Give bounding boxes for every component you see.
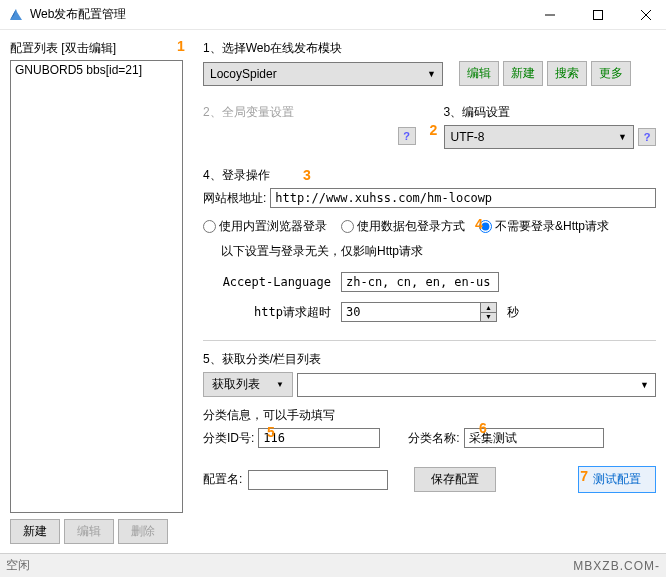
config-name-input[interactable] (248, 470, 388, 490)
watermark: MBXZB.COM- (573, 559, 660, 573)
delete-config-button: 删除 (118, 519, 168, 544)
save-config-button[interactable]: 保存配置 (414, 467, 496, 492)
module-new-button[interactable]: 新建 (503, 61, 543, 86)
accept-lang-label: Accept-Language (221, 275, 331, 289)
chevron-down-icon: ▼ (640, 380, 649, 390)
radio-packet[interactable]: 使用数据包登录方式 (341, 218, 465, 235)
divider (203, 340, 656, 341)
get-list-button[interactable]: 获取列表▼ (203, 372, 293, 397)
cat-id-label: 分类ID号: (203, 430, 254, 447)
config-name-label: 配置名: (203, 471, 242, 488)
cat-name-label: 分类名称: (408, 430, 459, 447)
new-config-button[interactable]: 新建 (10, 519, 60, 544)
chevron-down-icon: ▼ (427, 69, 436, 79)
window-title: Web发布配置管理 (30, 6, 538, 23)
close-button[interactable] (634, 3, 658, 27)
list-item[interactable]: GNUBORD5 bbs[id=21] (15, 63, 178, 77)
minimize-button[interactable] (538, 3, 562, 27)
badge-1: 1 (177, 38, 185, 54)
badge-5: 5 (267, 424, 275, 440)
cat-id-input[interactable] (258, 428, 380, 448)
root-url-label: 网站根地址: (203, 190, 266, 207)
spin-up[interactable]: ▲ (481, 303, 496, 313)
badge-4: 4 (475, 216, 483, 232)
sec4-title: 4、登录操作 (203, 167, 656, 184)
sec1-title: 1、选择Web在线发布模块 (203, 40, 656, 57)
radio-nologin[interactable]: 不需要登录&Http请求 (479, 218, 609, 235)
category-select[interactable]: ▼ (297, 373, 656, 397)
badge-6: 6 (479, 420, 487, 436)
timeout-label: http请求超时 (221, 304, 331, 321)
module-more-button[interactable]: 更多 (591, 61, 631, 86)
accept-lang-input[interactable] (341, 272, 499, 292)
help-icon[interactable] (398, 127, 416, 145)
chevron-down-icon: ▼ (276, 380, 284, 389)
module-select[interactable]: LocoySpider▼ (203, 62, 443, 86)
sec3-title: 3、编码设置 (444, 104, 657, 121)
app-icon (8, 7, 24, 23)
help-icon[interactable] (638, 128, 656, 146)
http-hint: 以下设置与登录无关，仅影响Http请求 (221, 243, 656, 260)
module-search-button[interactable]: 搜索 (547, 61, 587, 86)
seconds-label: 秒 (507, 304, 519, 321)
edit-config-button: 编辑 (64, 519, 114, 544)
module-edit-button[interactable]: 编辑 (459, 61, 499, 86)
test-config-button[interactable]: 测试配置 (578, 466, 656, 493)
spin-down[interactable]: ▼ (481, 313, 496, 322)
config-list-label: 配置列表 [双击编辑] (10, 40, 183, 57)
sec2-title: 2、全局变量设置 (203, 104, 416, 121)
radio-builtin[interactable]: 使用内置浏览器登录 (203, 218, 327, 235)
encoding-select[interactable]: UTF-8▼ (444, 125, 635, 149)
status-text: 空闲 (6, 557, 30, 574)
timeout-spinner[interactable]: 30 ▲▼ (341, 302, 497, 322)
cat-hint: 分类信息，可以手动填写 (203, 407, 656, 424)
badge-3: 3 (303, 167, 311, 183)
svg-rect-1 (594, 10, 603, 19)
badge-7: 7 (580, 468, 588, 484)
chevron-down-icon: ▼ (618, 132, 627, 142)
config-listbox[interactable]: GNUBORD5 bbs[id=21] (10, 60, 183, 513)
badge-2: 2 (430, 122, 438, 138)
root-url-input[interactable] (270, 188, 656, 208)
maximize-button[interactable] (586, 3, 610, 27)
sec5-title: 5、获取分类/栏目列表 (203, 351, 656, 368)
